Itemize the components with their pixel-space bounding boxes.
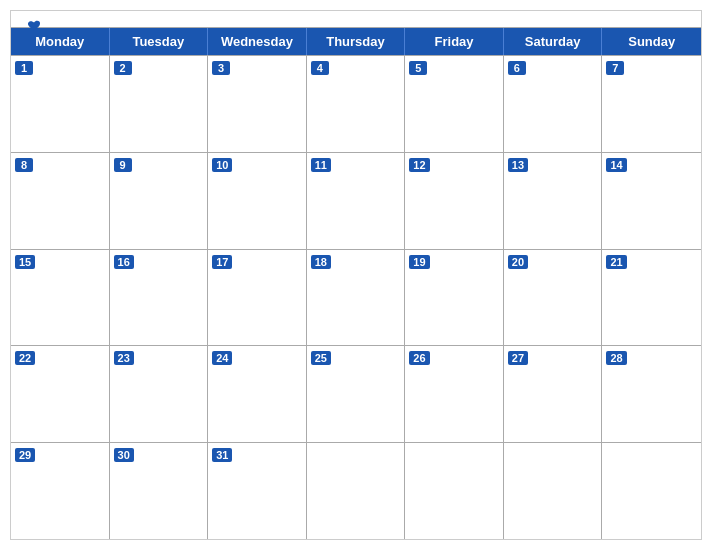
day-header-monday: Monday	[11, 28, 110, 55]
day-cell: 18	[307, 250, 406, 346]
day-cell: 25	[307, 346, 406, 442]
logo-bird-icon	[27, 19, 41, 33]
day-header-tuesday: Tuesday	[110, 28, 209, 55]
day-header-sunday: Sunday	[602, 28, 701, 55]
day-cell: 20	[504, 250, 603, 346]
calendar: MondayTuesdayWednesdayThursdayFridaySatu…	[10, 10, 702, 540]
day-header-thursday: Thursday	[307, 28, 406, 55]
day-cell: 27	[504, 346, 603, 442]
day-number: 7	[606, 61, 624, 75]
logo-blue-text	[27, 19, 43, 33]
day-cell: 29	[11, 443, 110, 539]
week-row-5: 293031	[11, 442, 701, 539]
day-cell: 8	[11, 153, 110, 249]
day-cell: 30	[110, 443, 209, 539]
day-number: 25	[311, 351, 331, 365]
day-cell: 16	[110, 250, 209, 346]
day-cell	[405, 443, 504, 539]
day-number: 14	[606, 158, 626, 172]
day-number: 17	[212, 255, 232, 269]
day-cell: 17	[208, 250, 307, 346]
day-cell: 4	[307, 56, 406, 152]
day-number: 10	[212, 158, 232, 172]
day-cell: 6	[504, 56, 603, 152]
day-cell: 24	[208, 346, 307, 442]
day-cell: 28	[602, 346, 701, 442]
day-number: 13	[508, 158, 528, 172]
day-number: 5	[409, 61, 427, 75]
day-number: 1	[15, 61, 33, 75]
day-headers-row: MondayTuesdayWednesdayThursdayFridaySatu…	[11, 28, 701, 55]
day-cell: 10	[208, 153, 307, 249]
day-number: 28	[606, 351, 626, 365]
day-number: 20	[508, 255, 528, 269]
day-number: 11	[311, 158, 331, 172]
weeks-container: 1234567891011121314151617181920212223242…	[11, 55, 701, 539]
day-cell: 9	[110, 153, 209, 249]
day-number: 30	[114, 448, 134, 462]
day-number: 18	[311, 255, 331, 269]
day-number: 24	[212, 351, 232, 365]
day-cell	[307, 443, 406, 539]
week-row-1: 1234567	[11, 55, 701, 152]
day-cell: 13	[504, 153, 603, 249]
day-cell: 19	[405, 250, 504, 346]
day-number: 4	[311, 61, 329, 75]
day-number: 27	[508, 351, 528, 365]
week-row-2: 891011121314	[11, 152, 701, 249]
day-number: 23	[114, 351, 134, 365]
day-cell: 22	[11, 346, 110, 442]
calendar-grid: MondayTuesdayWednesdayThursdayFridaySatu…	[11, 27, 701, 539]
day-cell: 1	[11, 56, 110, 152]
day-number: 9	[114, 158, 132, 172]
day-cell: 5	[405, 56, 504, 152]
day-cell	[602, 443, 701, 539]
day-number: 12	[409, 158, 429, 172]
day-header-wednesday: Wednesday	[208, 28, 307, 55]
day-cell: 14	[602, 153, 701, 249]
day-cell: 12	[405, 153, 504, 249]
day-number: 15	[15, 255, 35, 269]
day-number: 21	[606, 255, 626, 269]
logo-area	[27, 19, 43, 33]
day-cell: 21	[602, 250, 701, 346]
day-number: 8	[15, 158, 33, 172]
day-cell: 2	[110, 56, 209, 152]
day-cell	[504, 443, 603, 539]
day-number: 29	[15, 448, 35, 462]
week-row-3: 15161718192021	[11, 249, 701, 346]
calendar-header	[11, 11, 701, 27]
day-cell: 3	[208, 56, 307, 152]
day-number: 31	[212, 448, 232, 462]
day-number: 2	[114, 61, 132, 75]
day-number: 26	[409, 351, 429, 365]
day-cell: 26	[405, 346, 504, 442]
day-cell: 7	[602, 56, 701, 152]
day-number: 6	[508, 61, 526, 75]
week-row-4: 22232425262728	[11, 345, 701, 442]
day-cell: 31	[208, 443, 307, 539]
day-header-saturday: Saturday	[504, 28, 603, 55]
day-cell: 11	[307, 153, 406, 249]
day-number: 3	[212, 61, 230, 75]
day-header-friday: Friday	[405, 28, 504, 55]
day-cell: 23	[110, 346, 209, 442]
day-cell: 15	[11, 250, 110, 346]
day-number: 19	[409, 255, 429, 269]
day-number: 16	[114, 255, 134, 269]
day-number: 22	[15, 351, 35, 365]
